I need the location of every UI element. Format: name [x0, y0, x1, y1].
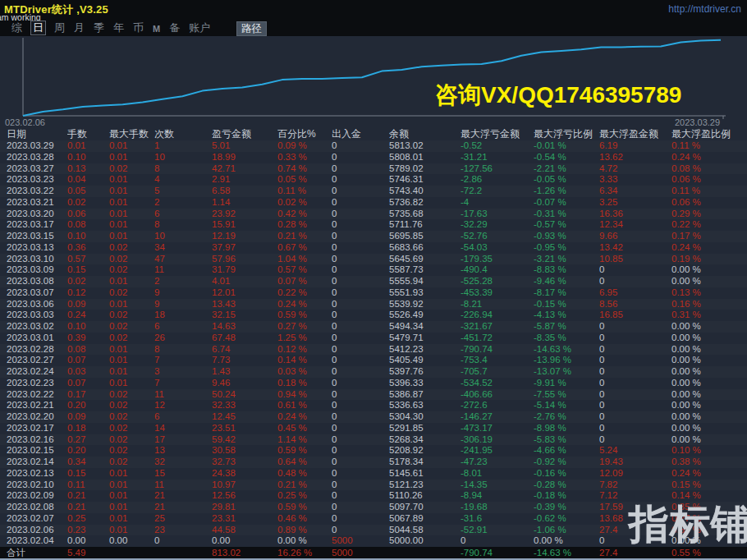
cell-date: 2023.03.28 — [7, 152, 67, 163]
path-button[interactable]: 路径 — [236, 21, 267, 36]
cell-max-float-loss-pct: -5.14 % — [534, 400, 599, 411]
menu-tab-bei[interactable]: 备 — [168, 21, 181, 34]
menu-tab-nian[interactable]: 年 — [112, 21, 125, 34]
cell-max-lots: 0.01 — [109, 344, 154, 356]
menu-tab-zhou[interactable]: 周 — [53, 21, 66, 34]
cell-inout: 0 — [332, 264, 389, 276]
cell-max-lots: 0.02 — [109, 389, 154, 401]
cell-lots: 0.18 — [67, 423, 109, 434]
app-url-link[interactable]: http://mtdriver.cn — [668, 3, 741, 15]
table-row: 2023.03.060.090.01913.430.24 %05539.92-8… — [0, 299, 747, 310]
cell-max-lots: 0.01 — [109, 468, 154, 480]
cell-pct: 0.89 % — [277, 525, 332, 536]
cell-max-lots: 0.02 — [109, 264, 154, 276]
cell-max-float-profit-pct: 0.00 % — [671, 423, 747, 434]
cell-max-float-loss-pct: -7.55 % — [534, 389, 599, 401]
cell-pct: 0.14 % — [277, 355, 332, 366]
cell-date: 2023.03.20 — [7, 209, 67, 220]
table-row: 2023.03.080.020.0124.010.07 %05555.94-52… — [0, 276, 747, 287]
cell-inout: 0 — [332, 468, 389, 480]
menu-tab-yue[interactable]: 月 — [73, 21, 85, 34]
cell-pct: 0.42 % — [277, 209, 332, 220]
cell-pnl: 7.73 — [212, 355, 277, 366]
equity-chart: 023.02.06 2023.03.29 咨询VX/QQ1746395789 — [0, 36, 747, 127]
table-row: 2023.02.160.270.021759.421.14 %05268.34-… — [0, 434, 747, 446]
cell-lots: 0.05 — [67, 186, 109, 197]
cell-max-float-profit-pct: 0.00 % — [671, 264, 747, 276]
cell-max-float-profit-pct: 0.00 % — [671, 355, 747, 366]
cell-max-lots: 0.02 — [109, 400, 154, 411]
cell-max-lots: 0.02 — [109, 445, 154, 457]
cell-max-lots: 0.02 — [109, 321, 154, 333]
cell-balance: 5304.30 — [389, 411, 461, 423]
cell-inout: 0 — [332, 355, 389, 366]
cell-pnl: 15.91 — [212, 219, 277, 231]
table-row: 2023.02.270.070.0177.730.14 %05405.49-75… — [0, 355, 747, 366]
cell-max-float-loss: -490.4 — [461, 264, 534, 276]
table-row: 2023.03.020.100.02614.630.27 %05494.34-3… — [0, 321, 747, 333]
table-row: 2023.03.150.100.011012.190.21 %05695.85-… — [0, 231, 747, 242]
cell-date: 2023.03.22 — [7, 186, 67, 197]
cell-date: 2023.03.15 — [7, 231, 67, 242]
cell-inout: 0 — [332, 378, 389, 389]
cell-inout: 0 — [332, 434, 389, 446]
cell-max-float-profit-pct: 0.00 % — [671, 400, 747, 411]
cell-inout: 0 — [332, 140, 389, 152]
cell-balance: 5412.23 — [389, 344, 461, 356]
menu-tab-zhanghu[interactable]: 账户 — [188, 21, 211, 34]
cell-date: 2023.02.17 — [7, 423, 67, 434]
cell-max-float-profit: 5.24 — [599, 445, 671, 457]
menu-tab-m[interactable]: M — [152, 22, 161, 35]
cell-max-lots: 0.01 — [109, 186, 154, 197]
cell-pct: 0.12 % — [277, 344, 332, 356]
cell-balance: 5736.82 — [389, 197, 461, 209]
contact-watermark: 咨询VX/QQ1746395789 — [435, 80, 681, 111]
col-header-pct: 百分比% — [277, 127, 332, 141]
menu-tab-bi[interactable]: 币 — [132, 21, 144, 34]
menu-tab-zong[interactable]: 综 — [11, 21, 23, 34]
cell-pct: 0.67 % — [277, 242, 332, 254]
cell-inout: 0 — [332, 186, 389, 197]
cell-pct: 0.46 % — [277, 513, 332, 525]
cell-balance: 5711.76 — [389, 219, 461, 231]
cell-pnl: 23.92 — [212, 209, 277, 220]
col-header-max-lots: 最大手数 — [109, 127, 154, 141]
cell-max-lots: 0.01 — [109, 299, 154, 310]
cell-lots: 0.02 — [67, 197, 109, 209]
cell-max-lots: 0.02 — [109, 434, 154, 446]
cell-pnl: 44.58 — [212, 525, 277, 536]
cell-max-float-loss-pct: 0.00 % — [534, 535, 599, 547]
cell-max-float-loss-pct: -0.18 % — [534, 490, 599, 502]
cell-pct: 1.14 % — [277, 434, 332, 446]
cell-date: 2023.03.10 — [7, 254, 67, 265]
cell-max-lots: 0.01 — [109, 502, 154, 513]
cell-lots: 0.09 — [67, 411, 109, 423]
cell-inout: 0 — [332, 344, 389, 356]
cell-pct: 0.03 % — [277, 366, 332, 378]
cell-pnl: 50.24 — [212, 389, 277, 401]
cell-max-float-loss: -52.91 — [461, 525, 534, 536]
cell-balance: 5555.94 — [389, 276, 461, 287]
menu-tab-ji[interactable]: 季 — [93, 21, 105, 34]
cell-pct: 0.09 % — [277, 140, 332, 152]
cell-lots: 0.01 — [67, 140, 109, 152]
cell-inout: 5000 — [332, 547, 389, 558]
cell-max-float-profit-pct: 0.24 % — [671, 242, 747, 254]
cell-lots: 0.15 — [67, 264, 109, 276]
cell-max-float-loss-pct: -9.46 % — [534, 276, 599, 287]
cell-pnl: 9.46 — [212, 378, 277, 389]
cell-trades: 7 — [154, 355, 212, 366]
cell-lots: 0.06 — [67, 209, 109, 220]
cell-max-float-loss: -32.29 — [461, 219, 534, 231]
cell-pnl: 2.91 — [212, 174, 277, 186]
cell-lots: 5.49 — [67, 547, 109, 558]
cell-inout: 0 — [332, 231, 389, 242]
menu-tab-ri[interactable]: 日 — [30, 21, 46, 35]
cell-max-float-profit-pct: 0.22 % — [671, 219, 747, 231]
col-header-trades: 次数 — [154, 127, 212, 141]
table-row: 2023.03.100.570.024757.961.04 %05645.69-… — [0, 254, 747, 265]
cell-max-float-loss-pct: -3.21 % — [534, 254, 599, 265]
cell-max-float-profit-pct: 0.06 % — [671, 197, 747, 209]
cell-trades: 11 — [154, 264, 212, 276]
brand-watermark: 指标铺 — [629, 498, 747, 552]
